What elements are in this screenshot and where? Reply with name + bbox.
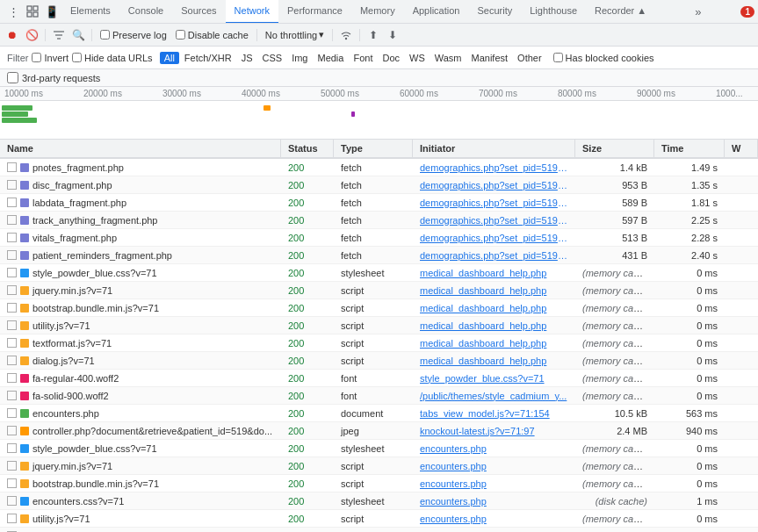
record-btn[interactable]: ⏺ (4, 26, 21, 44)
row-checkbox[interactable] (7, 285, 17, 295)
tab-network[interactable]: Network (226, 0, 278, 24)
disable-cache-label[interactable]: Disable cache (172, 30, 252, 40)
row-checkbox[interactable] (7, 215, 17, 225)
initiator-cell[interactable]: encounters.php (413, 514, 575, 524)
row-checkbox[interactable] (7, 233, 17, 242)
invert-checkbox[interactable] (32, 53, 41, 62)
tab-sources[interactable]: Sources (172, 0, 225, 24)
table-row[interactable]: fa-regular-400.woff2200fontstyle_powder_… (0, 370, 758, 387)
filter-type-js[interactable]: JS (237, 52, 257, 64)
tab-memory[interactable]: Memory (351, 0, 404, 24)
col-header-time[interactable]: Time (654, 140, 725, 157)
export-btn[interactable]: ⬇ (384, 26, 401, 44)
filter-type-wasm[interactable]: Wasm (430, 52, 466, 64)
row-checkbox[interactable] (7, 250, 17, 260)
table-row[interactable]: style_powder_blue.css?v=71200stylesheetm… (0, 264, 758, 282)
col-header-status[interactable]: Status (281, 140, 334, 157)
col-header-size[interactable]: Size (575, 140, 654, 157)
table-row[interactable]: utility.js?v=71200scriptencounters.php(m… (0, 510, 758, 528)
third-party-label[interactable]: 3rd-party requests (7, 72, 100, 83)
search-btn[interactable]: 🔍 (69, 26, 87, 44)
tab-security[interactable]: Security (468, 0, 521, 24)
hide-data-urls-label[interactable]: Hide data URLs (72, 53, 153, 63)
initiator-cell[interactable]: /public/themes/style_cadmium_y... (413, 391, 575, 401)
row-checkbox[interactable] (7, 356, 17, 365)
has-blocked-label[interactable]: Has blocked cookies (553, 53, 654, 63)
row-checkbox[interactable] (7, 198, 17, 207)
more-tabs-btn[interactable]: » (689, 2, 708, 21)
devtools-menu-btn[interactable]: ⋮ (4, 2, 23, 21)
table-row[interactable]: jquery.min.js?v=71200scriptmedical_dashb… (0, 282, 758, 299)
disable-cache-checkbox[interactable] (176, 30, 185, 40)
inspect-btn[interactable] (23, 2, 42, 21)
clear-btn[interactable]: 🚫 (23, 26, 40, 44)
table-row[interactable]: style_powder_blue.css?v=71200stylesheete… (0, 440, 758, 457)
initiator-cell[interactable]: medical_dashboard_help.php (413, 303, 575, 313)
row-checkbox[interactable] (7, 478, 17, 488)
initiator-cell[interactable]: demographics.php?set_pid=519:5... (413, 198, 575, 208)
filter-type-img[interactable]: Img (287, 52, 312, 64)
row-checkbox[interactable] (7, 391, 17, 400)
table-row[interactable]: patient_reminders_fragment.php200fetchde… (0, 247, 758, 264)
initiator-cell[interactable]: medical_dashboard_help.php (413, 268, 575, 278)
row-checkbox[interactable] (7, 408, 17, 418)
filter-type-fetch-xhr[interactable]: Fetch/XHR (180, 52, 236, 64)
table-row[interactable]: pnotes_fragment.php200fetchdemographics.… (0, 159, 758, 176)
initiator-cell[interactable]: medical_dashboard_help.php (413, 338, 575, 349)
row-checkbox[interactable] (7, 373, 17, 383)
row-checkbox[interactable] (7, 162, 17, 172)
tab-application[interactable]: Application (404, 0, 469, 24)
preserve-log-checkbox[interactable] (100, 30, 110, 40)
tab-performance[interactable]: Performance (278, 0, 351, 24)
col-header-waterfall[interactable]: W (725, 140, 758, 157)
filter-type-all[interactable]: All (160, 52, 179, 64)
table-row[interactable]: dialog.js?v=71200scriptmedical_dashboard… (0, 352, 758, 370)
wifi-btn[interactable] (337, 26, 355, 44)
row-checkbox[interactable] (7, 461, 17, 471)
table-row[interactable]: vitals_fragment.php200fetchdemographics.… (0, 229, 758, 247)
row-checkbox[interactable] (7, 514, 17, 523)
table-row[interactable]: fa-solid-900.woff2200font/public/themes/… (0, 387, 758, 405)
initiator-cell[interactable]: medical_dashboard_help.php (413, 285, 575, 296)
initiator-cell[interactable]: demographics.php?set_pid=519:5... (413, 215, 575, 226)
throttle-dropdown[interactable]: No throttling ▾ (262, 27, 328, 42)
row-checkbox[interactable] (7, 303, 17, 313)
filter-btn[interactable] (50, 26, 68, 44)
col-header-initiator[interactable]: Initiator (413, 140, 575, 157)
hide-data-urls-checkbox[interactable] (72, 53, 82, 62)
initiator-cell[interactable]: medical_dashboard_help.php (413, 320, 575, 331)
table-row[interactable]: disc_fragment.php200fetchdemographics.ph… (0, 176, 758, 194)
table-row[interactable]: encounters.php200documenttabs_view_model… (0, 405, 758, 422)
table-row[interactable]: track_anything_fragment.php200fetchdemog… (0, 212, 758, 229)
tab-console[interactable]: Console (119, 0, 172, 24)
mobile-btn[interactable]: 📱 (42, 2, 61, 21)
filter-type-font[interactable]: Font (349, 52, 377, 64)
row-checkbox[interactable] (7, 426, 17, 435)
table-row[interactable]: labdata_fragment.php200fetchdemographics… (0, 194, 758, 212)
initiator-cell[interactable]: demographics.php?set_pid=519:5... (413, 162, 575, 173)
table-row[interactable]: jquery.min.js?v=71200scriptencounters.ph… (0, 457, 758, 475)
initiator-cell[interactable]: demographics.php?set_pid=519:5... (413, 250, 575, 261)
initiator-cell[interactable]: encounters.php (413, 496, 575, 507)
initiator-cell[interactable]: tabs_view_model.js?v=71:154 (413, 408, 575, 419)
preserve-log-label[interactable]: Preserve log (97, 30, 170, 40)
row-checkbox[interactable] (7, 268, 17, 277)
third-party-checkbox[interactable] (7, 72, 18, 83)
initiator-cell[interactable]: style_powder_blue.css?v=71 (413, 373, 575, 384)
row-checkbox[interactable] (7, 443, 17, 453)
table-row[interactable]: utility.js?v=71200scriptmedical_dashboar… (0, 317, 758, 334)
filter-type-ws[interactable]: WS (405, 52, 430, 64)
col-header-type[interactable]: Type (334, 140, 413, 157)
initiator-cell[interactable]: encounters.php (413, 461, 575, 471)
tab-lighthouse[interactable]: Lighthouse (521, 0, 586, 24)
col-header-name[interactable]: Name (0, 140, 281, 157)
initiator-cell[interactable]: knockout-latest.js?v=71:97 (413, 426, 575, 436)
table-row[interactable]: encounters.css?v=71200stylesheetencounte… (0, 492, 758, 510)
row-checkbox[interactable] (7, 320, 17, 330)
filter-type-other[interactable]: Other (513, 52, 546, 64)
initiator-cell[interactable]: encounters.php (413, 443, 575, 454)
table-row[interactable]: textformat.js?v=71200scriptmedical_dashb… (0, 334, 758, 352)
filter-type-manifest[interactable]: Manifest (467, 52, 513, 64)
initiator-cell[interactable]: demographics.php?set_pid=519:5... (413, 233, 575, 243)
table-row[interactable]: bootstrap.bundle.min.js?v=71200scriptenc… (0, 475, 758, 492)
